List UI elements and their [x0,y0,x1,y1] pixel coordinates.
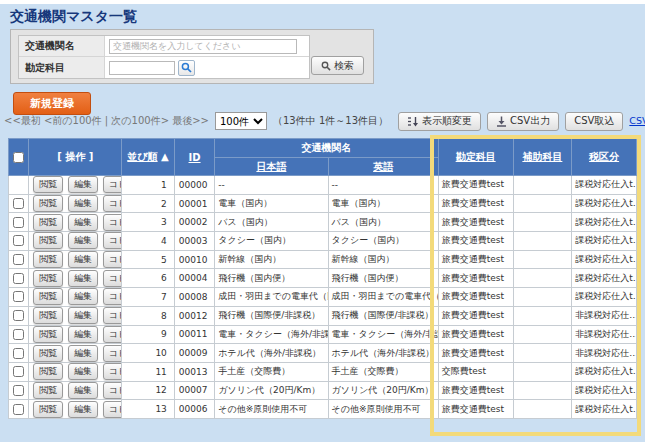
copy-button[interactable]: コピー [103,363,122,380]
view-button[interactable]: 閲覧 [33,326,63,343]
tax-class-value: 課税対応仕入t… [572,362,637,381]
sort-order-value: 13 [122,400,175,419]
view-button[interactable]: 閲覧 [33,345,63,362]
edit-button[interactable]: 編集 [68,307,98,324]
row-operations-cell: 閲覧 編集 コピー [29,325,122,344]
account-value: 旅費交通費test [438,344,513,363]
sort-order-value: 7 [122,288,175,307]
id-value: 00009 [174,344,214,363]
edit-button[interactable]: 編集 [68,345,98,362]
copy-button[interactable]: コピー [103,176,122,193]
copy-button[interactable]: コピー [103,326,122,343]
name-ja-value: 飛行機（国内便） [215,269,328,288]
row-checkbox[interactable] [13,404,24,415]
transport-name-label: 交通機関名 [19,36,105,56]
table-row: 閲覧 編集 コピー 12 00007 ガソリン代（20円/Km） ガソリン代（2… [9,381,637,400]
csv-import-status-link[interactable]: CSV取込状況 [629,115,645,128]
copy-button[interactable]: コピー [103,251,122,268]
row-checkbox[interactable] [13,348,24,359]
row-checkbox[interactable] [13,310,24,321]
display-order-button[interactable]: 表示順変更 [398,112,481,131]
row-checkbox-cell [9,288,29,307]
search-button[interactable]: 検索 [311,56,364,75]
edit-button[interactable]: 編集 [68,270,98,287]
row-checkbox[interactable] [13,198,24,209]
select-all-checkbox[interactable] [13,152,24,163]
copy-button[interactable]: コピー [103,232,122,249]
copy-button[interactable]: コピー [103,345,122,362]
account-lookup-button[interactable] [178,60,195,76]
csv-import-button[interactable]: CSV取込 [565,112,623,131]
view-button[interactable]: 閲覧 [33,232,63,249]
header-sort-order[interactable]: 並び順 ▲ [122,139,175,176]
copy-button[interactable]: コピー [103,401,122,418]
row-checkbox-cell [9,250,29,269]
view-button[interactable]: 閲覧 [33,382,63,399]
tax-class-value: 非課税対応仕… [572,344,637,363]
view-button[interactable]: 閲覧 [33,363,63,380]
account-value: 旅費交通費test [438,306,513,325]
master-table: [ 操作 ] 並び順 ▲ ID 交通機関名 勘定科目 補助科目 税区分 日本語 … [8,138,637,419]
row-checkbox[interactable] [13,329,24,340]
row-checkbox[interactable] [13,217,24,228]
view-button[interactable]: 閲覧 [33,288,63,305]
tax-class-value: 非課税対応仕… [572,306,637,325]
copy-button[interactable]: コピー [103,307,122,324]
edit-button[interactable]: 編集 [68,382,98,399]
name-en-value: 成田・羽田までの電車代（国内… [328,288,438,307]
header-account[interactable]: 勘定科目 [438,139,513,176]
edit-button[interactable]: 編集 [68,363,98,380]
header-sub-account[interactable]: 補助科目 [513,139,572,176]
edit-button[interactable]: 編集 [68,401,98,418]
row-checkbox[interactable] [13,235,24,246]
row-checkbox[interactable] [13,366,24,377]
view-button[interactable]: 閲覧 [33,307,63,324]
name-ja-value: 新幹線（国内） [215,250,328,269]
header-id[interactable]: ID [174,139,214,176]
account-value: 旅費交通費test [438,325,513,344]
view-button[interactable]: 閲覧 [33,251,63,268]
account-value: 旅費交通費test [438,194,513,213]
view-button[interactable]: 閲覧 [33,270,63,287]
row-checkbox[interactable] [13,273,24,284]
header-name-ja[interactable]: 日本語 [215,158,328,176]
edit-button[interactable]: 編集 [68,195,98,212]
copy-button[interactable]: コピー [103,382,122,399]
name-ja-value: ホテル代（海外/非課税） [215,344,328,363]
row-checkbox[interactable] [13,385,24,396]
tax-class-value: 課税対応仕入t… [572,400,637,419]
sort-order-value: 6 [122,269,175,288]
row-checkbox[interactable] [13,291,24,302]
row-checkbox[interactable] [13,254,24,265]
view-button[interactable]: 閲覧 [33,195,63,212]
header-name-en[interactable]: 英語 [328,158,438,176]
pagination-links[interactable]: <<最初 <前の100件 | 次の100件> 最後>> [4,114,209,128]
edit-button[interactable]: 編集 [68,288,98,305]
row-operations-cell: 閲覧 編集 コピー [29,288,122,307]
account-input[interactable] [109,61,175,75]
copy-button[interactable]: コピー [103,288,122,305]
sort-order-value: 10 [122,344,175,363]
sub-account-value [513,325,572,344]
csv-export-button[interactable]: CSV出力 [487,112,559,131]
edit-button[interactable]: 編集 [68,251,98,268]
view-button[interactable]: 閲覧 [33,176,63,193]
view-button[interactable]: 閲覧 [33,401,63,418]
id-value: 00004 [174,269,214,288]
transport-name-input[interactable] [109,39,297,54]
header-tax-class[interactable]: 税区分 [572,139,637,176]
sub-account-value [513,250,572,269]
copy-button[interactable]: コピー [103,270,122,287]
edit-button[interactable]: 編集 [68,326,98,343]
edit-button[interactable]: 編集 [68,176,98,193]
copy-button[interactable]: コピー [103,214,122,231]
page-size-select[interactable]: 100件 [215,112,267,130]
edit-button[interactable]: 編集 [68,232,98,249]
table-row: 閲覧 編集 コピー 8 00012 飛行機（国際便/非課税） 飛行機（国際便/非… [9,306,637,325]
copy-button[interactable]: コピー [103,195,122,212]
row-operations-cell: 閲覧 編集 コピー [29,400,122,419]
view-button[interactable]: 閲覧 [33,214,63,231]
sub-account-value [513,269,572,288]
name-en-value: ガソリン代（20円/Km） [328,381,438,400]
edit-button[interactable]: 編集 [68,214,98,231]
